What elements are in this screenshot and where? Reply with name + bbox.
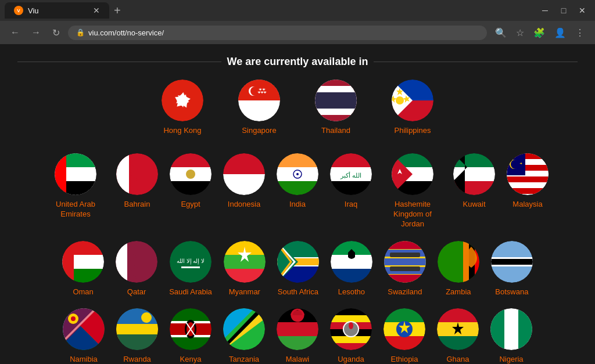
country-name-oman: Oman (73, 287, 93, 297)
country-uae[interactable]: United Arab Emirates (46, 153, 105, 229)
flag-philippines (392, 80, 433, 121)
flag-thailand (315, 80, 357, 121)
right-divider (374, 62, 578, 62)
country-egypt[interactable]: Egypt (170, 153, 212, 229)
country-qatar[interactable]: Qatar (116, 241, 157, 297)
search-icon-button[interactable]: 🔍 (492, 25, 510, 41)
country-name-ethiopia: Ethiopia (391, 355, 418, 364)
country-name-botswana: Botswana (495, 287, 528, 297)
flag-qatar (116, 241, 157, 283)
country-rwanda[interactable]: Rwanda (116, 308, 158, 364)
country-ethiopia[interactable]: Ethiopia (383, 308, 425, 364)
svg-rect-31 (116, 153, 129, 195)
svg-rect-59 (453, 153, 495, 167)
country-bahrain[interactable]: Bahrain (116, 153, 158, 229)
country-kenya[interactable]: Kenya (170, 308, 212, 364)
forward-button[interactable]: → (28, 25, 44, 40)
svg-rect-179 (383, 336, 425, 350)
svg-rect-39 (223, 153, 265, 174)
country-myanmar[interactable]: Myanmar (224, 241, 266, 297)
country-swaziland[interactable]: Swaziland (384, 241, 426, 297)
country-namibia[interactable]: Namibia (63, 308, 105, 364)
country-name-kuwait: Kuwait (463, 200, 485, 210)
country-indonesia[interactable]: Indonesia (223, 153, 265, 229)
flag-iraq: الله أكبر (330, 153, 372, 195)
maximize-button[interactable]: □ (555, 2, 572, 19)
country-name-iraq: Iraq (345, 200, 357, 210)
country-name-nigeria: Nigeria (499, 355, 523, 364)
svg-rect-83 (116, 241, 127, 283)
country-name-rwanda: Rwanda (123, 355, 151, 364)
refresh-button[interactable]: ↻ (49, 25, 63, 41)
new-tab-button[interactable]: + (109, 2, 126, 20)
svg-point-74 (511, 160, 520, 169)
svg-rect-185 (437, 336, 479, 350)
extensions-icon-button[interactable]: 🧩 (530, 25, 549, 41)
flag-swaziland (384, 241, 426, 283)
countries-row-top: Hong Kong Singapore (17, 80, 578, 136)
svg-rect-28 (55, 153, 66, 195)
svg-point-174 (349, 322, 353, 329)
flag-singapore (238, 80, 280, 121)
tab-favicon: V (14, 6, 23, 15)
svg-rect-166 (330, 308, 372, 315)
countries-row-4: Namibia Rw (17, 308, 578, 364)
country-singapore[interactable]: Singapore (238, 80, 280, 136)
svg-point-37 (186, 170, 195, 179)
svg-point-135 (71, 316, 76, 321)
country-iraq[interactable]: الله أكبر Iraq (330, 153, 372, 229)
flag-indonesia (223, 153, 265, 195)
flag-egypt (170, 153, 212, 195)
country-name-kenya: Kenya (180, 355, 202, 364)
country-south-africa[interactable]: South Africa (277, 241, 319, 297)
country-malawi[interactable]: Malawi (277, 308, 318, 364)
country-name-uae: United Arab Emirates (46, 200, 105, 219)
country-name-egypt: Egypt (181, 200, 200, 210)
back-button[interactable]: ← (7, 25, 23, 40)
svg-rect-15 (315, 92, 357, 109)
svg-rect-65 (507, 153, 549, 159)
country-thailand[interactable]: Thailand (315, 80, 357, 136)
tab-title: Viu (28, 6, 39, 15)
country-zambia[interactable]: Zambia (438, 241, 479, 297)
country-name-bahrain: Bahrain (124, 200, 150, 210)
profile-icon-button[interactable]: 👤 (551, 25, 569, 41)
flag-india (277, 153, 318, 195)
svg-rect-88 (181, 266, 200, 268)
country-hong-kong[interactable]: Hong Kong (162, 80, 203, 136)
svg-rect-67 (507, 176, 549, 182)
bookmark-icon-button[interactable]: ☆ (512, 25, 528, 41)
flag-malawi (277, 308, 318, 350)
country-philippines[interactable]: Philippines (392, 80, 433, 136)
address-bar[interactable]: 🔒 viu.com/ott/no-service/ (68, 26, 487, 40)
country-india[interactable]: India (277, 153, 318, 229)
country-nigeria[interactable]: Nigeria (490, 308, 532, 364)
country-ghana[interactable]: Ghana (437, 308, 479, 364)
country-kuwait[interactable]: Kuwait (453, 153, 495, 229)
svg-text:V: V (17, 8, 20, 13)
section-title: We are currently available in (227, 56, 368, 68)
page-content: We are currently available in Hong Kong (0, 44, 595, 364)
window-controls: ─ □ ✕ (537, 2, 590, 19)
country-botswana[interactable]: Botswana (491, 241, 533, 297)
minimize-button[interactable]: ─ (537, 2, 553, 19)
country-malaysia[interactable]: Malaysia (507, 153, 549, 229)
flag-zambia (438, 241, 479, 283)
svg-point-144 (143, 314, 150, 321)
country-uganda[interactable]: Uganda (330, 308, 372, 364)
country-saudi[interactable]: لا إله إلا الله Saudi Arabia (169, 241, 212, 297)
tab-close-button[interactable]: ✕ (93, 6, 100, 15)
close-button[interactable]: ✕ (574, 2, 590, 19)
country-name-indonesia: Indonesia (228, 200, 260, 210)
browser-tab[interactable]: V Viu ✕ (5, 2, 109, 19)
browser-chrome: V Viu ✕ + ─ □ ✕ ← → ↻ 🔒 viu.com/ott/no-s… (0, 0, 595, 44)
menu-icon-button[interactable]: ⋮ (572, 25, 588, 41)
country-lesotho[interactable]: Lesotho (331, 241, 372, 297)
svg-rect-36 (170, 181, 212, 195)
country-oman[interactable]: Oman (62, 241, 104, 297)
flag-lesotho (331, 241, 372, 283)
country-tanzania[interactable]: Tanzania (223, 308, 265, 364)
country-jordan[interactable]: Hashemite Kingdom of Jordan (383, 153, 442, 229)
flag-uganda (330, 308, 372, 350)
left-divider (17, 62, 221, 62)
